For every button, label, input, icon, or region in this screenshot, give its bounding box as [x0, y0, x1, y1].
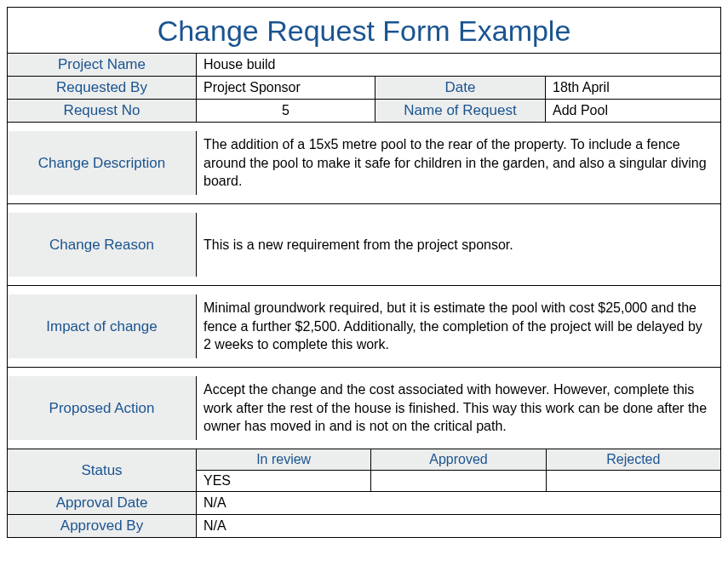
value-request-no: 5	[197, 100, 375, 122]
label-change-description: Change Description	[8, 131, 197, 195]
value-proposed-action: Accept the change and the cost associate…	[197, 376, 720, 440]
status-head-in-review: In review	[197, 449, 371, 470]
row-request-no: Request No 5 Name of Request Add Pool	[8, 100, 720, 123]
label-proposed-action: Proposed Action	[8, 376, 197, 440]
status-value-rejected	[547, 471, 720, 491]
label-name-of-request: Name of Request	[375, 100, 546, 122]
row-approval-date: Approval Date N/A	[8, 492, 720, 515]
label-request-no: Request No	[8, 100, 197, 122]
value-change-description: The addition of a 15x5 metre pool to the…	[197, 131, 720, 195]
label-status: Status	[8, 449, 197, 491]
value-requested-by: Project Sponsor	[197, 77, 375, 99]
row-impact: Impact of change Minimal groundwork requ…	[8, 286, 720, 368]
row-change-description: Change Description The addition of a 15x…	[8, 123, 720, 204]
label-requested-by: Requested By	[8, 77, 197, 99]
form-title: Change Request Form Example	[8, 8, 720, 54]
label-impact: Impact of change	[8, 294, 197, 358]
status-value-row: YES	[197, 471, 720, 491]
status-grid: In review Approved Rejected YES	[197, 449, 720, 491]
row-proposed-action: Proposed Action Accept the change and th…	[8, 368, 720, 449]
label-approved-by: Approved By	[8, 515, 197, 537]
status-head-approved: Approved	[371, 449, 546, 470]
label-change-reason: Change Reason	[8, 213, 197, 277]
value-change-reason: This is a new requirement from the proje…	[197, 213, 720, 277]
status-header-row: In review Approved Rejected	[197, 449, 720, 471]
row-status: Status In review Approved Rejected YES	[8, 449, 720, 492]
value-project-name: House build	[197, 54, 720, 76]
row-project-name: Project Name House build	[8, 54, 720, 77]
change-request-form: Change Request Form Example Project Name…	[7, 7, 721, 538]
label-date: Date	[375, 77, 546, 99]
row-change-reason: Change Reason This is a new requirement …	[8, 204, 720, 286]
status-value-approved	[371, 471, 546, 491]
value-name-of-request: Add Pool	[546, 100, 720, 122]
value-approved-by: N/A	[197, 515, 720, 537]
label-approval-date: Approval Date	[8, 492, 197, 514]
row-approved-by: Approved By N/A	[8, 515, 720, 537]
row-requested-by: Requested By Project Sponsor Date 18th A…	[8, 77, 720, 100]
value-impact: Minimal groundwork required, but it is e…	[197, 294, 720, 358]
label-project-name: Project Name	[8, 54, 197, 76]
value-date: 18th April	[546, 77, 720, 99]
status-head-rejected: Rejected	[547, 449, 720, 470]
status-value-in-review: YES	[197, 471, 371, 491]
value-approval-date: N/A	[197, 492, 720, 514]
